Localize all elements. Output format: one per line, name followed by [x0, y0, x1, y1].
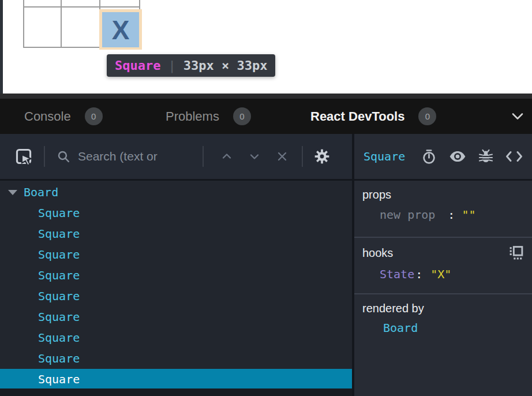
inspector-header-icons	[421, 149, 523, 165]
colon: :	[415, 267, 422, 281]
hook-state-row: State : "X"	[362, 267, 524, 281]
divider	[44, 146, 45, 167]
parse-hook-names-button[interactable]	[508, 245, 524, 261]
props-title: props	[362, 188, 524, 201]
inspector-panel: Square	[352, 134, 532, 396]
new-prop-value-input[interactable]: ""	[462, 208, 475, 222]
rendered-by-section: rendered by Board	[354, 293, 532, 396]
count-badge: 0	[85, 107, 103, 125]
colon: :	[448, 208, 455, 222]
square-value: X	[112, 14, 130, 46]
window-left-edge	[0, 0, 3, 94]
tree-row[interactable]: Square	[0, 307, 352, 327]
inspect-highlight-content: X	[102, 12, 139, 47]
component-name: Square	[38, 268, 80, 282]
chevron-down-icon[interactable]	[511, 113, 524, 123]
tooltip-component-name: Square	[115, 58, 160, 73]
expand-arrow-icon[interactable]	[8, 190, 17, 195]
stopwatch-icon	[421, 149, 437, 165]
props-section: props new prop : ""	[354, 181, 532, 237]
view-source-icon	[505, 150, 523, 163]
devtools-window: X Square | 33px × 33px Console 0 Problem…	[0, 0, 532, 396]
search-icon	[57, 150, 71, 164]
hooks-title: hooks	[362, 246, 393, 260]
hooks-section: hooks State : "X"	[354, 237, 532, 293]
search-input[interactable]	[78, 150, 199, 163]
inspect-element-button[interactable]	[14, 147, 33, 166]
component-name: Square	[38, 331, 80, 345]
browser-page: X Square | 33px × 33px	[0, 0, 532, 94]
inspect-dom-button[interactable]	[449, 150, 466, 163]
hook-state-value[interactable]: "X"	[430, 267, 451, 281]
tab-label: React DevTools	[310, 109, 404, 124]
settings-gear-icon	[313, 148, 331, 165]
tooltip-separator: |	[168, 58, 175, 73]
tooltip-size: 33px × 33px	[183, 58, 268, 73]
clear-search-button[interactable]	[271, 150, 294, 163]
component-tree: BoardSquareSquareSquareSquareSquareSquar…	[0, 181, 352, 388]
board-cell[interactable]	[24, 8, 62, 47]
settings-button[interactable]	[313, 148, 331, 165]
board-cell[interactable]	[24, 0, 62, 8]
eye-icon	[449, 150, 466, 163]
parse-hooks-icon	[508, 245, 524, 261]
tab-problems[interactable]: Problems 0	[166, 99, 251, 134]
tree-row[interactable]: Square	[0, 286, 352, 307]
component-name: Square	[38, 248, 80, 261]
tree-row[interactable]: Square	[0, 223, 352, 244]
devtools-tabbar: Console 0 Problems 0 React DevTools 0	[0, 99, 532, 134]
react-devtools-toolbar	[0, 134, 352, 181]
selected-component-title: Square	[364, 150, 421, 163]
component-name: Square	[38, 352, 80, 365]
tab-label: Console	[24, 109, 71, 124]
inspect-element-icon	[14, 147, 33, 166]
chevron-down-icon	[248, 150, 261, 163]
divider	[203, 146, 204, 167]
rendered-by-title: rendered by	[362, 302, 524, 315]
new-prop-row: new prop : ""	[362, 208, 524, 222]
tree-row[interactable]: Square	[0, 203, 352, 223]
count-badge: 0	[418, 107, 436, 125]
component-name: Square	[38, 227, 80, 241]
count-badge: 0	[233, 107, 251, 125]
component-name: Board	[24, 185, 58, 199]
tab-react-devtools[interactable]: React DevTools 0	[310, 99, 436, 134]
chevron-up-icon	[220, 150, 234, 163]
rendered-by-link[interactable]: Board	[362, 321, 524, 335]
next-match-button[interactable]	[243, 150, 266, 163]
inspect-tooltip: Square | 33px × 33px	[107, 54, 275, 77]
component-name: Square	[38, 289, 80, 303]
tree-row[interactable]: Board	[0, 182, 352, 203]
tab-label: Problems	[166, 109, 219, 124]
component-name: Square	[38, 310, 80, 324]
bug-icon	[478, 149, 493, 164]
board-cell[interactable]	[62, 8, 100, 47]
tree-row[interactable]: Square	[0, 265, 352, 286]
close-icon	[275, 150, 289, 163]
search-button[interactable]	[57, 150, 71, 164]
tree-row[interactable]: Square	[0, 348, 352, 369]
panel-top-border	[0, 94, 532, 99]
previous-match-button[interactable]	[215, 150, 238, 163]
tree-row[interactable]: Square	[0, 369, 352, 388]
board-cell[interactable]	[100, 0, 139, 8]
view-source-button[interactable]	[505, 150, 523, 163]
divider	[302, 146, 303, 167]
log-to-console-button[interactable]	[478, 149, 493, 164]
new-prop-input[interactable]: new prop	[380, 208, 435, 222]
inspector-header: Square	[354, 134, 532, 181]
board-cell[interactable]	[62, 0, 100, 8]
suspend-toggle-button[interactable]	[421, 149, 437, 165]
tree-row[interactable]: Square	[0, 327, 352, 348]
tab-console[interactable]: Console 0	[24, 99, 103, 134]
hook-name: State	[380, 267, 414, 281]
tree-scrollbar[interactable]	[0, 388, 352, 396]
tree-row[interactable]: Square	[0, 244, 352, 265]
component-name: Square	[38, 206, 80, 220]
component-name: Square	[38, 372, 80, 386]
